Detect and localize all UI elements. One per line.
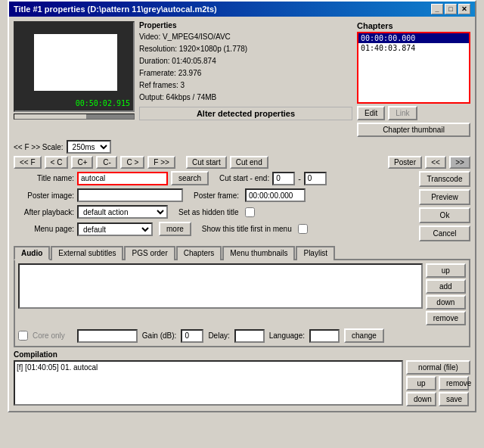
top-section: 00:50:02.915 Properties Video: V_MPEG4/I… — [14, 21, 470, 137]
titlebar: Title #1 properties (D:\pattern 11\grey\… — [9, 2, 475, 17]
set-hidden-label: Set as hidden title — [178, 208, 239, 216]
chapters-buttons: Edit Link — [357, 106, 470, 120]
cut-end-button[interactable]: Cut end — [230, 156, 268, 169]
after-playback-label: After playback: — [14, 208, 74, 216]
compilation-save-button[interactable]: save — [439, 392, 469, 406]
video-timestamp: 00:50:02.915 — [76, 99, 130, 107]
compilation-section: Compilation [f] [01:40:05] 01. autocal n… — [14, 350, 470, 406]
audio-remove-button[interactable]: remove — [426, 311, 466, 325]
edit-button[interactable]: Edit — [357, 106, 385, 120]
core-only-checkbox[interactable] — [18, 331, 28, 341]
tab-audio[interactable]: Audio — [14, 246, 50, 260]
compilation-list[interactable]: [f] [01:40:05] 01. autocal — [14, 360, 403, 406]
cut-dash: - — [298, 174, 301, 183]
c-minus-button[interactable]: C- — [96, 156, 117, 169]
f-right-button[interactable]: F >> — [147, 156, 175, 169]
video-preview-container: 00:50:02.915 — [14, 21, 135, 137]
chapter-item[interactable]: 00:00:00.000 — [358, 33, 469, 43]
show-first-checkbox[interactable] — [298, 224, 308, 234]
compilation-remove-button[interactable]: remove — [439, 376, 469, 390]
compilation-down-button[interactable]: down — [406, 392, 436, 406]
title-name-input[interactable] — [77, 172, 168, 185]
side-buttons: Transcode Preview Ok Cancel — [414, 171, 470, 241]
video-progress-bar[interactable] — [14, 114, 135, 120]
comp-btn-row-2: down save — [406, 392, 470, 406]
compilation-item[interactable]: [f] [01:40:05] 01. autocal — [17, 363, 400, 372]
cancel-button[interactable]: Cancel — [419, 226, 470, 241]
language-input[interactable] — [309, 329, 340, 343]
tab-pgs-order[interactable]: PGS order — [124, 246, 175, 260]
after-playback-select[interactable]: default action — [77, 205, 168, 219]
menu-page-row: Menu page: default more Show this title … — [14, 222, 411, 236]
normal-file-button[interactable]: normal (file) — [406, 360, 470, 375]
change-button[interactable]: change — [344, 328, 384, 343]
c-right-button[interactable]: C > — [120, 156, 144, 169]
ff-back-button[interactable]: << F — [14, 156, 42, 169]
language-label: Language: — [269, 331, 305, 340]
compilation-up-button[interactable]: up — [406, 376, 436, 390]
c-plus-button[interactable]: C+ — [71, 156, 93, 169]
delay-label: Delay: — [208, 331, 229, 340]
transcode-button[interactable]: Transcode — [419, 171, 470, 187]
cut-end-input[interactable] — [304, 172, 327, 185]
audio-content: up add down remove — [18, 263, 466, 325]
cut-start-button[interactable]: Cut start — [186, 156, 227, 169]
audio-bottom: Core only Gain (dB): Delay: Language: ch… — [18, 328, 466, 343]
ok-button[interactable]: Ok — [419, 207, 470, 223]
compilation-buttons: normal (file) up remove down save — [406, 360, 470, 406]
core-only-label: Core only — [33, 331, 65, 340]
maximize-button[interactable]: □ — [445, 4, 457, 14]
c-back-button[interactable]: < C — [45, 156, 69, 169]
tab-playlist[interactable]: Playlist — [296, 246, 335, 260]
nav-row: << F < C C+ C- C > F >> Cut start Cut en… — [14, 156, 470, 169]
set-hidden-checkbox[interactable] — [245, 207, 255, 217]
properties-framerate: Framerate: 23.976 — [139, 67, 352, 79]
tab-external-subtitles[interactable]: External subtitles — [51, 246, 123, 260]
poster-button[interactable]: Poster — [388, 156, 422, 169]
search-button[interactable]: search — [171, 171, 209, 185]
audio-down-button[interactable]: down — [426, 295, 466, 310]
link-button[interactable]: Link — [388, 106, 417, 120]
chapter-thumbnail-button[interactable]: Chapter thumbnail — [357, 123, 470, 137]
minimize-button[interactable]: _ — [431, 4, 443, 14]
gain-value-input[interactable] — [181, 329, 203, 343]
compilation-content: [f] [01:40:05] 01. autocal normal (file)… — [14, 360, 470, 406]
comp-btn-row-1: up remove — [406, 376, 470, 390]
poster-image-input[interactable] — [77, 188, 183, 202]
poster-image-label: Poster image: — [14, 191, 74, 200]
scale-select[interactable]: 250ms — [67, 140, 111, 154]
show-first-label: Show this title first in menu — [202, 225, 292, 233]
left-right-fields: Title name: search Cut start - end: - Po… — [14, 171, 411, 241]
tab-menu-thumbnails[interactable]: Menu thumbnails — [222, 246, 295, 260]
cut-start-input[interactable] — [272, 172, 295, 185]
more-button[interactable]: more — [159, 222, 191, 236]
preview-button[interactable]: Preview — [419, 189, 470, 205]
chapters-section: Chapters 00:00:00.000 01:40:03.874 Edit … — [357, 21, 470, 137]
forward-button[interactable]: >> — [449, 156, 470, 169]
properties-video: Video: V_MPEG4/ISO/AVC — [139, 31, 352, 43]
properties-output: Output: 64kbps / 74MB — [139, 92, 352, 104]
audio-add-button[interactable]: add — [426, 279, 466, 294]
tabs-section: Audio External subtitles PGS order Chapt… — [14, 244, 470, 347]
poster-frame-input[interactable] — [245, 188, 306, 202]
titlebar-buttons: _ □ ✕ — [431, 4, 470, 14]
delay-input[interactable] — [234, 329, 265, 343]
compilation-title: Compilation — [14, 350, 470, 359]
close-button[interactable]: ✕ — [458, 4, 470, 14]
chapter-item[interactable]: 01:40:03.874 — [358, 43, 469, 53]
gain-input[interactable] — [77, 329, 138, 343]
window-content: 00:50:02.915 Properties Video: V_MPEG4/I… — [9, 17, 475, 411]
properties-ref-frames: Ref frames: 3 — [139, 79, 352, 92]
menu-page-select[interactable]: default — [77, 222, 153, 236]
back-button[interactable]: << — [425, 156, 446, 169]
chapters-list[interactable]: 00:00:00.000 01:40:03.874 — [357, 32, 470, 104]
tabs-bar: Audio External subtitles PGS order Chapt… — [14, 244, 470, 260]
poster-frame-label: Poster frame: — [194, 191, 239, 200]
audio-list[interactable] — [18, 263, 423, 309]
title-name-label: Title name: — [14, 174, 74, 182]
audio-up-button[interactable]: up — [426, 263, 466, 278]
video-progress-fill — [14, 114, 86, 119]
properties-section: Properties Video: V_MPEG4/ISO/AVC Resolu… — [139, 21, 352, 137]
chapters-title: Chapters — [357, 21, 470, 30]
tab-chapters[interactable]: Chapters — [176, 246, 222, 260]
